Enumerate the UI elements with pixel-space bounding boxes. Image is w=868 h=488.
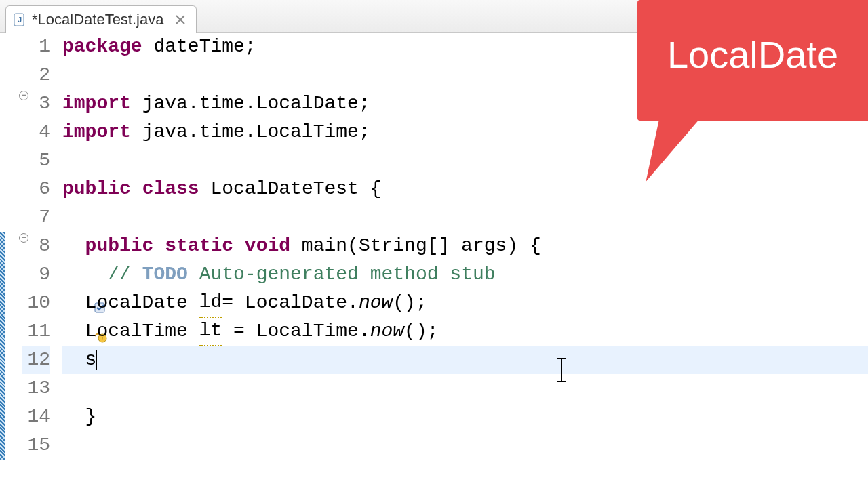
- warning-marker-icon[interactable]: !: [3, 324, 16, 338]
- code-line: s: [62, 346, 868, 374]
- warning-marker-icon[interactable]: !: [3, 296, 16, 309]
- text-cursor-icon: [96, 350, 97, 370]
- line-number: 9: [22, 260, 50, 289]
- code-line: public static void main(String[] args) {: [62, 232, 868, 260]
- java-file-icon: J: [13, 13, 26, 26]
- line-number: 1: [22, 33, 50, 61]
- marker-strip: − − ! !: [0, 33, 22, 488]
- code-line: }: [62, 403, 868, 431]
- task-marker-icon[interactable]: [3, 267, 16, 281]
- line-number: 14: [22, 403, 50, 431]
- code-line: // TODO Auto-generated method stub: [62, 260, 868, 289]
- line-number: 4: [22, 118, 50, 146]
- svg-text:J: J: [18, 16, 22, 24]
- code-line: [62, 203, 868, 232]
- line-number: 15: [22, 431, 50, 460]
- code-line: public class LocalDateTest {: [62, 175, 868, 203]
- line-number-gutter: 1 2 3 4 5 6 7 8 9 10 11 12 13 14 15: [22, 33, 56, 488]
- code-line: [62, 374, 868, 403]
- ibeam-cursor-icon: [561, 358, 562, 382]
- line-number: 2: [22, 61, 50, 89]
- code-line: import java.time.LocalTime;: [62, 118, 868, 146]
- code-line: [62, 431, 868, 460]
- code-line: LocalTime lt = LocalTime.now();: [62, 317, 868, 346]
- line-number: 6: [22, 175, 50, 203]
- editor-tab[interactable]: J *LocalDateTest.java: [5, 5, 197, 33]
- close-icon[interactable]: [174, 14, 186, 26]
- tab-label: *LocalDateTest.java: [32, 11, 163, 28]
- line-number: 7: [22, 203, 50, 232]
- fold-handle-icon[interactable]: −: [19, 233, 28, 243]
- callout-title: LocalDate: [667, 33, 838, 77]
- fold-handle-icon[interactable]: −: [19, 91, 28, 100]
- callout-bubble: LocalDate: [637, 0, 868, 121]
- code-line: [62, 146, 868, 175]
- line-number: 5: [22, 146, 50, 175]
- code-line: LocalDate ld= LocalDate.now();: [62, 289, 868, 317]
